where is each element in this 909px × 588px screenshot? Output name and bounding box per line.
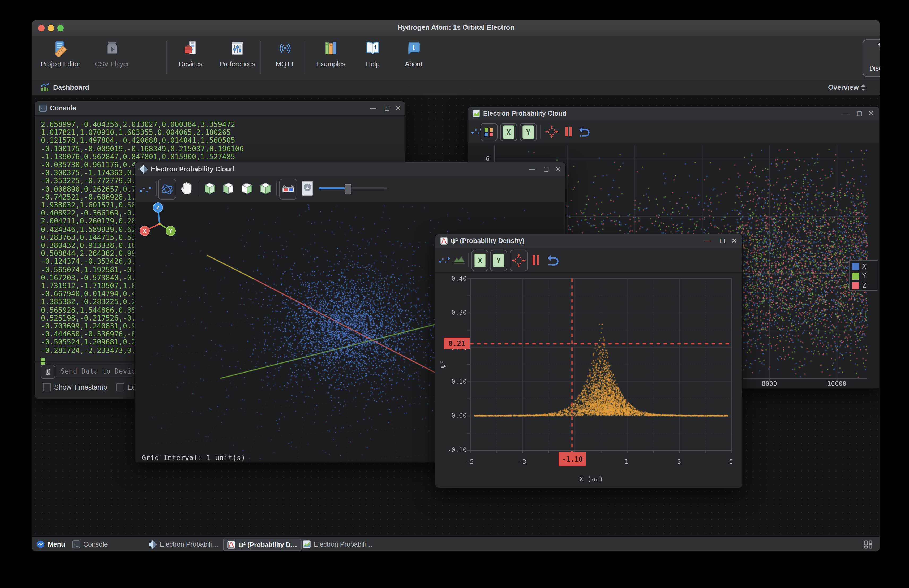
cloud3d-maximize-icon[interactable]: ▢	[543, 166, 549, 173]
dashboard-icon	[40, 83, 50, 94]
help-button[interactable]: i Help	[350, 40, 396, 68]
anaglyph-glasses-icon	[282, 184, 295, 194]
psi-minimize-icon[interactable]: —	[705, 237, 712, 245]
pause-icon[interactable]	[564, 126, 573, 140]
axis-gizmo[interactable]: Z X Y	[139, 200, 181, 242]
taskbar-console-button[interactable]: ›_ Console	[72, 539, 108, 550]
about-button[interactable]: i About	[391, 40, 437, 68]
project-editor-label: Project Editor	[38, 60, 83, 68]
orbit-navigation-button[interactable]	[158, 179, 176, 200]
y-tick-label: 6	[473, 155, 490, 162]
about-icon: i	[405, 49, 422, 58]
disconnect-button[interactable]: Disconnect	[863, 39, 880, 77]
mqtt-button[interactable]: MQTT	[262, 40, 308, 68]
mqtt-icon	[277, 49, 294, 58]
echo-checkbox[interactable]	[116, 383, 124, 391]
x-axis-toggle-button[interactable]: X	[500, 123, 517, 141]
area-style-icon[interactable]	[453, 255, 465, 267]
prism-icon	[149, 540, 157, 548]
crosshair-icon[interactable]	[545, 125, 558, 140]
anaglyph-button[interactable]	[279, 179, 298, 200]
y-tick-label: 0.00	[445, 412, 467, 419]
undo-zoom-icon[interactable]	[546, 254, 560, 268]
view-selector[interactable]: Overview	[828, 83, 866, 91]
cloud3d-minimize-icon[interactable]: —	[529, 165, 536, 173]
x-tick-label: 8000	[754, 380, 785, 388]
taskbar-psi-label: ψ² (Probability D…	[238, 541, 298, 548]
psi-maximize-icon[interactable]: ▢	[720, 237, 725, 244]
window-grid-icon[interactable]	[864, 540, 872, 551]
cloud3d-titlebar[interactable]: Electron Probability Cloud — ▢ ✕	[135, 162, 566, 177]
legend-row: Z	[852, 282, 878, 289]
taskbar-cloud2d-label: Electron Probabili…	[314, 541, 372, 548]
console-close-icon[interactable]: ✕	[395, 104, 401, 112]
taskbar-cloud2d-button[interactable]: Electron Probabili…	[302, 539, 372, 550]
console-maximize-icon[interactable]: ▢	[384, 105, 390, 111]
zoom-slider-handle[interactable]	[345, 184, 351, 194]
project-editor-icon	[52, 49, 69, 58]
attach-file-button[interactable]	[41, 365, 55, 379]
y-axis-toggle-button[interactable]: Y	[490, 250, 507, 271]
timeseries-close-icon[interactable]: ✕	[868, 109, 874, 117]
cloud3d-close-icon[interactable]: ✕	[555, 165, 561, 173]
pan-hand-icon[interactable]	[180, 181, 193, 198]
devices-button[interactable]: Devices	[168, 40, 214, 68]
console-icon: ›_	[39, 105, 47, 114]
multiplot-toggle-button[interactable]	[480, 123, 498, 141]
legend-label-x: X	[862, 263, 866, 270]
y-axis-label: Y	[493, 254, 505, 268]
timeseries-title: Electron Probability Cloud	[483, 110, 566, 117]
cloud3d-window-icon	[140, 165, 147, 176]
undo-zoom-icon[interactable]	[578, 126, 590, 140]
y-tick-label: 0.10	[445, 378, 467, 385]
toolbar-separator	[304, 41, 304, 74]
menu-icon	[37, 540, 45, 548]
psi-close-icon[interactable]: ✕	[731, 237, 737, 245]
psi-plot[interactable]	[435, 272, 742, 485]
view-cube-top-icon[interactable]	[240, 181, 254, 198]
app-titlebar[interactable]: Hydrogen Atom: 1s Orbital Electron	[32, 20, 880, 36]
show-timestamp-option[interactable]: Show Timestamp	[43, 383, 107, 391]
pause-icon[interactable]	[531, 254, 540, 268]
svg-text:›_: ›_	[40, 107, 45, 110]
devices-icon	[182, 49, 199, 58]
svg-text:›_: ›_	[74, 542, 78, 547]
toolbar-separator	[260, 41, 261, 74]
project-editor-button[interactable]: Project Editor	[38, 40, 83, 68]
taskbar-psi-button[interactable]: ψ² (Probability D…	[223, 539, 302, 551]
psi-window-icon	[440, 237, 448, 247]
dashboard-title: Dashboard	[53, 83, 89, 91]
crosshair-button[interactable]	[510, 250, 528, 271]
timeseries-minimize-icon[interactable]: —	[841, 109, 849, 117]
grid-interval-status: Grid Interval: 1 unit(s)	[142, 453, 245, 462]
taskbar-menu-button[interactable]: Menu	[37, 539, 65, 550]
legend-swatch-x	[852, 263, 859, 270]
taskbar-cloud3d-label: Electron Probabili…	[160, 541, 218, 548]
show-timestamp-checkbox[interactable]	[43, 383, 51, 391]
y-axis-toggle-button[interactable]: Y	[520, 123, 537, 141]
taskbar-cloud3d-button[interactable]: Electron Probabili…	[149, 539, 218, 550]
timeseries-titlebar[interactable]: Electron Probability Cloud — ▢ ✕	[468, 107, 879, 121]
toolbar-separator	[540, 125, 540, 139]
console-titlebar[interactable]: ›_ Console — ▢ ✕	[34, 101, 405, 116]
view-cube-right-icon[interactable]	[259, 181, 272, 198]
preferences-button[interactable]: Preferences	[215, 40, 260, 68]
csv-player-button[interactable]: CSV Player	[89, 40, 135, 68]
show-timestamp-label: Show Timestamp	[54, 383, 107, 391]
y-tick-label: -0.10	[445, 446, 467, 454]
crosshair-y-badge: 0.21	[444, 338, 470, 349]
app-title: Hydrogen Atom: 1s Orbital Electron	[32, 23, 880, 31]
examples-button[interactable]: Examples	[308, 40, 354, 68]
x-axis-toggle-button[interactable]: X	[471, 250, 488, 271]
console-minimize-icon[interactable]: —	[370, 104, 377, 112]
view-cube-left-icon[interactable]	[203, 181, 217, 198]
multiplot-icon	[484, 127, 494, 137]
csv-player-icon	[104, 49, 121, 58]
timeseries-maximize-icon[interactable]: ▢	[857, 110, 862, 117]
psi-titlebar[interactable]: ψ² (Probability Density) — ▢ ✕	[435, 234, 742, 248]
toolbar-separator	[156, 181, 157, 196]
bell-curve-icon	[227, 541, 235, 549]
view-cube-front-icon[interactable]	[222, 181, 235, 198]
screenshot-icon[interactable]	[301, 181, 314, 199]
legend-swatch-z	[852, 282, 859, 289]
